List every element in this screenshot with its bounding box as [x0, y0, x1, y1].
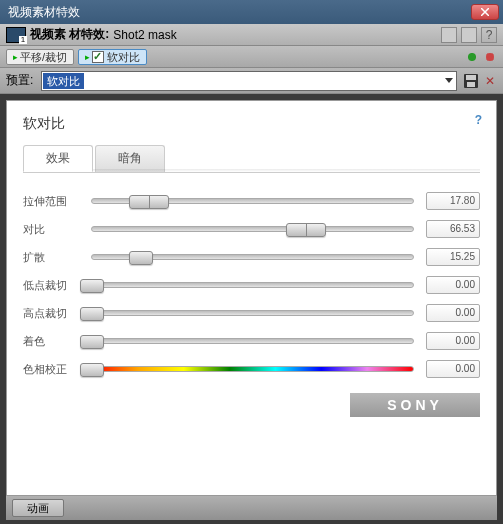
close-button[interactable]: [471, 4, 499, 20]
animate-button[interactable]: 动画: [12, 499, 64, 517]
slider[interactable]: [91, 366, 414, 372]
sony-logo: SONY: [350, 393, 480, 417]
arrow-icon: ▸: [13, 50, 18, 64]
svg-rect-4: [467, 82, 475, 87]
preset-selected: 软对比: [43, 73, 84, 89]
value-input[interactable]: 15.25: [426, 248, 480, 266]
brand-row: SONY: [23, 393, 480, 417]
value-input[interactable]: 0.00: [426, 360, 480, 378]
effect-panel: 软对比 ? 效果 暗角 拉伸范围17.80对比66.53扩散15.25低点裁切0…: [6, 100, 497, 496]
slider[interactable]: [91, 282, 414, 288]
param-label: 扩散: [23, 250, 91, 265]
param-row: 拉伸范围17.80: [23, 187, 480, 215]
chain-label: 平移/裁切: [20, 50, 67, 64]
param-row: 色相校正0.00: [23, 355, 480, 383]
check-icon: [92, 51, 104, 63]
chevron-down-icon: [445, 78, 453, 83]
header-subtitle: Shot2 mask: [113, 28, 176, 42]
chain-item-pan-crop[interactable]: ▸ 平移/裁切: [6, 49, 74, 65]
close-icon: [481, 8, 489, 16]
param-row: 低点裁切0.00: [23, 271, 480, 299]
slider-handle[interactable]: [80, 307, 104, 321]
panel-help-button[interactable]: ?: [475, 113, 482, 127]
value-input[interactable]: 0.00: [426, 304, 480, 322]
svg-rect-3: [466, 75, 476, 80]
arrow-icon: ▸: [85, 50, 90, 64]
list-view-button[interactable]: [441, 27, 457, 43]
param-row: 高点裁切0.00: [23, 299, 480, 327]
slider-handle[interactable]: [129, 195, 169, 209]
help-button[interactable]: ?: [481, 27, 497, 43]
slider-handle[interactable]: [80, 363, 104, 377]
header-label: 视频素 材特效:: [30, 26, 109, 43]
preset-bar: 预置: 软对比 ✕: [0, 68, 503, 94]
tab-bar: 效果 暗角: [23, 145, 480, 173]
window-title: 视频素材特效: [4, 4, 471, 21]
slider[interactable]: [91, 226, 414, 232]
param-label: 对比: [23, 222, 91, 237]
preset-dropdown[interactable]: 软对比: [41, 71, 457, 91]
titlebar: 视频素材特效: [0, 0, 503, 24]
parameter-list: 拉伸范围17.80对比66.53扩散15.25低点裁切0.00高点裁切0.00着…: [23, 187, 480, 383]
effect-chain-bar: ▸ 平移/裁切 ▸ 软对比: [0, 46, 503, 68]
slider-handle[interactable]: [80, 335, 104, 349]
slider-handle[interactable]: [80, 279, 104, 293]
slider[interactable]: [91, 254, 414, 260]
media-icon: [6, 27, 26, 43]
delete-preset-button[interactable]: ✕: [483, 74, 497, 88]
value-input[interactable]: 17.80: [426, 192, 480, 210]
footer-bar: 动画: [6, 496, 497, 520]
panel-title: 软对比: [23, 115, 480, 133]
slider[interactable]: [91, 198, 414, 204]
add-plugin-button[interactable]: [465, 50, 479, 64]
tab-effects[interactable]: 效果: [23, 145, 93, 172]
header-toolbar: 视频素 材特效: Shot2 mask ?: [0, 24, 503, 46]
tab-vignette[interactable]: 暗角: [95, 145, 165, 172]
remove-plugin-button[interactable]: [483, 50, 497, 64]
slider-handle[interactable]: [129, 251, 153, 265]
chain-label: 软对比: [107, 50, 140, 64]
param-row: 着色0.00: [23, 327, 480, 355]
value-input[interactable]: 66.53: [426, 220, 480, 238]
preset-label: 预置:: [6, 72, 33, 89]
param-row: 对比66.53: [23, 215, 480, 243]
value-input[interactable]: 0.00: [426, 276, 480, 294]
param-label: 拉伸范围: [23, 194, 91, 209]
chain-item-soft-contrast[interactable]: ▸ 软对比: [78, 49, 147, 65]
value-input[interactable]: 0.00: [426, 332, 480, 350]
param-row: 扩散15.25: [23, 243, 480, 271]
slider[interactable]: [91, 310, 414, 316]
save-preset-button[interactable]: [463, 73, 479, 89]
slider-handle[interactable]: [286, 223, 326, 237]
slider[interactable]: [91, 338, 414, 344]
grid-view-button[interactable]: [461, 27, 477, 43]
